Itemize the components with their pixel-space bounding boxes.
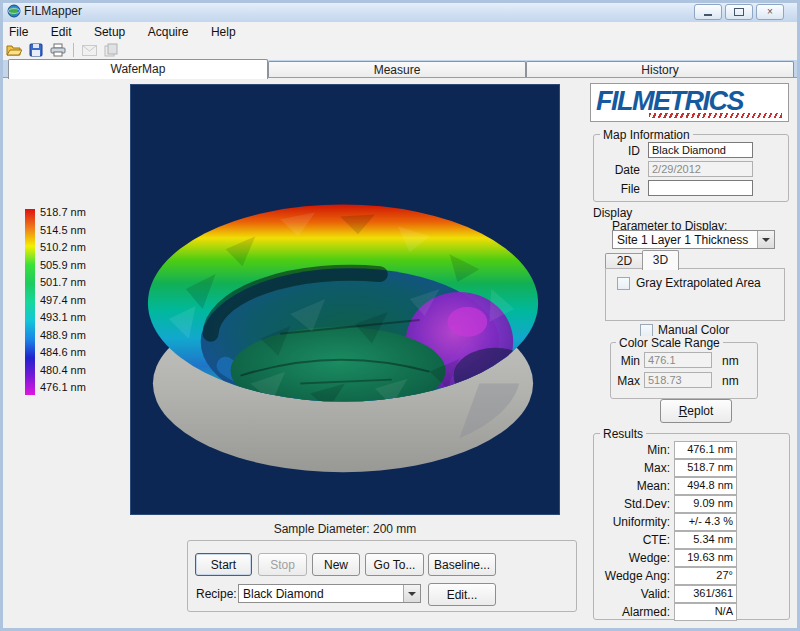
menu-file[interactable]: File: [0, 23, 37, 41]
scale-tick: 480.4 nm: [40, 362, 110, 380]
title-bar[interactable]: FILMapper ×: [0, 0, 800, 23]
scale-tick: 518.7 nm: [40, 204, 110, 222]
scale-tick: 510.2 nm: [40, 239, 110, 257]
save-icon[interactable]: [27, 42, 45, 59]
result-value: 518.7 nm: [674, 459, 737, 477]
scale-tick: 514.5 nm: [40, 222, 110, 240]
scale-tick: 493.1 nm: [40, 309, 110, 327]
sample-diameter-text: Sample Diameter: 200 mm: [130, 522, 560, 536]
parameter-value: Site 1 Layer 1 Thickness: [613, 233, 757, 247]
close-button[interactable]: ×: [756, 4, 784, 20]
open-folder-icon[interactable]: [5, 42, 23, 59]
email-icon: [80, 42, 98, 59]
color-scale-range-title: Color Scale Range: [616, 336, 723, 350]
date-label: Date: [600, 163, 640, 177]
result-label: Wedge Ang:: [595, 569, 670, 583]
result-value: 27°: [674, 567, 737, 585]
scale-tick: 476.1 nm: [40, 379, 110, 397]
color-scale-bar: [25, 209, 35, 395]
baseline-button[interactable]: Baseline...: [428, 553, 496, 576]
result-value: 19.63 nm: [674, 549, 737, 567]
export-icon: [102, 42, 120, 59]
chevron-down-icon[interactable]: [757, 231, 774, 248]
result-value: N/A: [674, 603, 737, 621]
result-value: 361/361: [674, 585, 737, 603]
result-label: Max:: [595, 461, 670, 475]
result-label: Mean:: [595, 479, 670, 493]
goto-button[interactable]: Go To...: [365, 553, 424, 576]
result-label: Wedge:: [595, 551, 670, 565]
recipe-value: Black Diamond: [239, 587, 403, 601]
wafer-3d-plot[interactable]: [130, 84, 560, 515]
print-icon[interactable]: [49, 42, 67, 59]
result-label: CTE:: [595, 533, 670, 547]
maximize-button[interactable]: [725, 4, 753, 20]
logo-hatch: [649, 113, 782, 118]
menu-acquire[interactable]: Acquire: [139, 23, 198, 41]
app-icon: [7, 4, 21, 18]
edit-button[interactable]: Edit...: [428, 583, 496, 606]
menu-help[interactable]: Help: [202, 23, 245, 41]
stop-button: Stop: [258, 553, 307, 576]
result-label: Std.Dev:: [595, 497, 670, 511]
result-label: Uniformity:: [595, 515, 670, 529]
minimize-button[interactable]: [694, 4, 722, 20]
toolbar-separator: [73, 43, 74, 57]
color-scale-range-box: [610, 342, 758, 399]
min-label: Min: [608, 354, 640, 368]
result-value: 494.8 nm: [674, 477, 737, 495]
wafer-surface: [131, 85, 559, 514]
scale-tick: 497.4 nm: [40, 292, 110, 310]
gray-extrapolated-checkbox[interactable]: [617, 277, 630, 290]
result-label: Min:: [595, 443, 670, 457]
tab-history[interactable]: History: [526, 61, 794, 78]
result-label: Alarmed:: [595, 605, 670, 619]
scale-tick: 501.7 nm: [40, 274, 110, 292]
new-button[interactable]: New: [312, 553, 360, 576]
result-label: Valid:: [595, 587, 670, 601]
menu-bar: File Edit Setup Acquire Help: [0, 22, 800, 40]
result-value: 9.09 nm: [674, 495, 737, 513]
min-unit: nm: [722, 354, 739, 368]
recipe-label: Recipe:: [196, 587, 237, 601]
parameter-dropdown[interactable]: Site 1 Layer 1 Thickness: [612, 230, 775, 249]
result-value: 5.34 nm: [674, 531, 737, 549]
map-info-title: Map Information: [600, 128, 693, 142]
min-field: [644, 352, 712, 368]
id-label: ID: [600, 144, 640, 158]
results-title: Results: [600, 427, 646, 441]
scale-tick: 484.6 nm: [40, 344, 110, 362]
file-label: File: [600, 182, 640, 196]
display-title: Display: [593, 206, 632, 220]
tab-measure[interactable]: Measure: [268, 61, 526, 78]
max-label: Max: [608, 374, 640, 388]
replot-button[interactable]: Replot: [660, 399, 732, 423]
gray-extrapolated-label: Gray Extrapolated Area: [636, 276, 761, 290]
result-value: 476.1 nm: [674, 441, 737, 459]
window-title: FILMapper: [24, 4, 82, 18]
manual-color-label: Manual Color: [658, 323, 729, 337]
menu-edit[interactable]: Edit: [42, 23, 81, 41]
date-field: [648, 161, 753, 177]
scale-tick: 505.9 nm: [40, 257, 110, 275]
id-field[interactable]: [648, 142, 753, 158]
tab-3d[interactable]: 3D: [642, 250, 679, 270]
recipe-dropdown[interactable]: Black Diamond: [238, 584, 421, 603]
toolbar: [0, 40, 800, 60]
filmetrics-logo: FILMETRICS: [590, 83, 789, 122]
chevron-down-icon[interactable]: [403, 585, 420, 602]
scale-tick: 488.9 nm: [40, 327, 110, 345]
max-unit: nm: [722, 374, 739, 388]
file-field[interactable]: [648, 180, 753, 196]
max-field: [644, 372, 712, 388]
menu-setup[interactable]: Setup: [85, 23, 134, 41]
start-button[interactable]: Start: [195, 553, 252, 576]
tab-wafermap[interactable]: WaferMap: [8, 59, 268, 79]
color-scale-labels: 518.7 nm 514.5 nm 510.2 nm 505.9 nm 501.…: [40, 204, 110, 397]
result-value: +/- 4.3 %: [674, 513, 737, 531]
tab-2d[interactable]: 2D: [605, 253, 644, 269]
